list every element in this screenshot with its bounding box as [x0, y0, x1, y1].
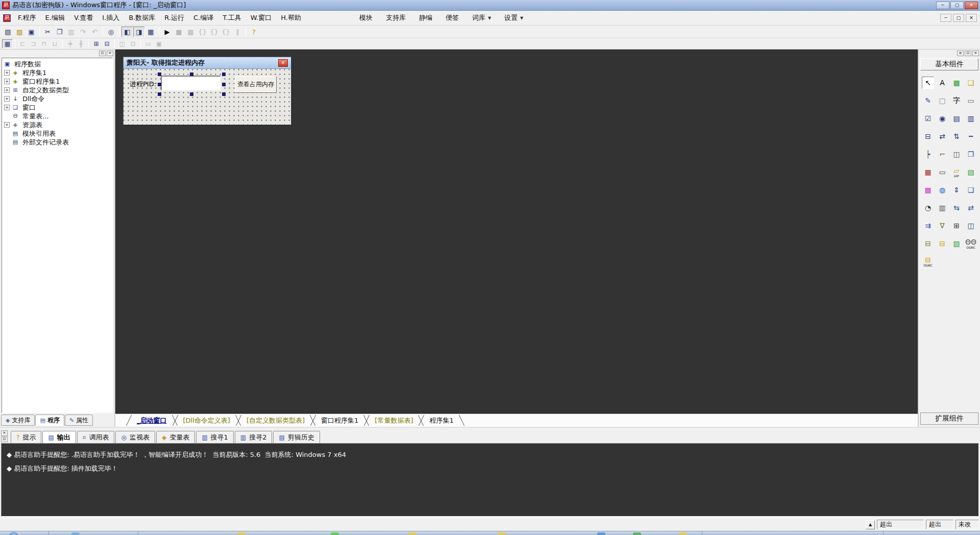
panel-icon[interactable]: ▭ — [965, 94, 977, 107]
folder-dip-icon[interactable]: ▱DIP — [950, 166, 963, 178]
same-width-icon[interactable]: ⊞ — [91, 39, 102, 48]
label-icon[interactable]: A — [936, 77, 948, 89]
output-tab-调用表[interactable]: ⌗调用表 — [77, 431, 115, 443]
picture-icon[interactable]: ▩ — [950, 77, 963, 89]
taskbar-app-icon[interactable] — [71, 532, 80, 535]
printer-icon[interactable]: ▥ — [936, 202, 948, 214]
output-tab-剪辑历史[interactable]: ▤剪辑历史 — [273, 431, 320, 443]
panel-close-icon[interactable]: ✕ — [107, 51, 113, 56]
datareport-icon[interactable]: ∇ — [936, 220, 948, 232]
form-design-surface[interactable]: 进程PID: 查看占用内存 — [124, 69, 291, 125]
output-tab-变量表[interactable]: ◈变量表 — [156, 431, 195, 443]
menu-extra-模块[interactable]: 模块 — [354, 12, 378, 24]
datagrid-icon[interactable]: ⊞ — [950, 220, 963, 232]
menu-extra-便签[interactable]: 便签 — [440, 12, 464, 24]
tabcontrol-icon[interactable]: ◫ — [965, 220, 977, 232]
taskbar-app-icon[interactable] — [498, 532, 506, 535]
output-dock-icon[interactable]: ⊡ — [1, 436, 8, 442]
radio-icon[interactable]: ◉ — [936, 112, 948, 125]
db-table-icon[interactable]: ⊟ — [936, 237, 948, 250]
tree-item[interactable]: +↓Dll命令 — [3, 94, 111, 103]
dialog-icon[interactable]: ❏ — [965, 184, 977, 196]
taskbar-app-icon[interactable] — [597, 532, 605, 535]
minimize-button[interactable]: ─ — [936, 2, 949, 9]
menu-extra-支持库[interactable]: 支持库 — [381, 12, 411, 24]
output-tab-提示[interactable]: ?提示 — [11, 431, 41, 443]
menu-H.帮助[interactable]: H.帮助 — [277, 12, 305, 24]
form-designer-window[interactable]: 萧阳天- 取得指定进程内存 ✕ 进程PID: 查看占用内存 — [123, 57, 291, 125]
groupbox-icon[interactable]: ⌐ — [936, 148, 948, 160]
client-send-icon[interactable]: ⇆ — [950, 202, 963, 214]
menu-extra-静编[interactable]: 静编 — [414, 12, 437, 24]
checkbox-icon[interactable]: ☑ — [922, 112, 934, 125]
program-data-tree[interactable]: ▣程序数据+◈程序集1+◈窗口程序集1+⊞自定义数据类型+↓Dll命令+❏窗口Θ… — [2, 58, 113, 413]
taskbar-app-icon[interactable] — [237, 532, 246, 535]
listbox-icon[interactable]: ▤ — [950, 112, 963, 125]
selection-handle[interactable] — [222, 83, 226, 86]
panel-tab-程序[interactable]: ▤程序 — [35, 415, 64, 426]
same-height-icon[interactable]: ⊟ — [102, 39, 112, 48]
tree-item[interactable]: +◈程序集1 — [3, 68, 111, 77]
shape-icon[interactable]: ❏ — [965, 77, 977, 89]
taskbar-app-icon[interactable] — [633, 532, 641, 535]
taskbar-app-icon[interactable] — [331, 532, 339, 535]
fontbox-icon[interactable]: 字 — [950, 94, 963, 107]
output-log[interactable]: ◆ 易语言助手提醒您: .易语言助手加载完毕！ ，智能编译开启成功！ 当前易版本… — [1, 443, 979, 517]
group-icon[interactable]: ▢ — [936, 94, 948, 107]
menu-C.编译[interactable]: C.编译 — [189, 12, 217, 24]
odbc-source-icon[interactable]: ΘΘODBC — [965, 237, 977, 250]
selection-handle[interactable] — [158, 72, 161, 76]
menu-R.运行[interactable]: R.运行 — [160, 12, 188, 24]
copy-icon[interactable]: ❐ — [54, 27, 65, 37]
mdi-minimize-icon[interactable]: ─ — [940, 14, 951, 22]
mdi-tab-[自定义数据类型表][interactable]: [自定义数据类型表] — [238, 414, 313, 427]
selection-handle[interactable] — [190, 72, 193, 76]
output-tab-搜寻2[interactable]: ▥搜寻2 — [235, 431, 273, 443]
spinbox-icon[interactable]: ⇕ — [950, 184, 963, 196]
layout-full-icon[interactable]: ▦ — [145, 27, 157, 37]
grid-toggle-icon[interactable]: ▦ — [2, 39, 13, 48]
tree-item[interactable]: ▣程序数据 — [3, 60, 111, 68]
tree-item[interactable]: ▤外部文件记录表 — [3, 138, 111, 147]
tree-item[interactable]: +❏窗口 — [3, 103, 111, 112]
selection-handle[interactable] — [222, 72, 226, 76]
menu-W.窗口[interactable]: W.窗口 — [247, 12, 276, 24]
mdi-tab-窗口程序集1[interactable]: 窗口程序集1 — [313, 414, 366, 427]
maximize-button[interactable]: ▢ — [950, 2, 964, 9]
panel-close-icon[interactable]: ✕ — [972, 51, 979, 56]
panel-dock-icon[interactable]: ⊡ — [99, 51, 106, 56]
save-icon[interactable]: ▣ — [26, 27, 37, 37]
animation-icon[interactable]: ◫ — [950, 148, 963, 160]
panel-tab-支持库[interactable]: ◈支持库 — [1, 415, 35, 426]
taskbar-sliver[interactable] — [0, 531, 980, 535]
form-close-icon[interactable]: ✕ — [278, 59, 288, 67]
tree-item[interactable]: +◈窗口程序集1 — [3, 77, 111, 86]
output-tab-输出[interactable]: ▤输出 — [42, 431, 76, 443]
combobox-icon[interactable]: ⊟ — [922, 130, 934, 142]
menu-extra-词库[interactable]: 词库▼ — [467, 12, 496, 24]
palette-icon[interactable]: ▩ — [922, 184, 934, 196]
mdi-restore-icon[interactable]: ▢ — [953, 14, 964, 22]
menu-E.编辑[interactable]: E.编辑 — [41, 12, 69, 24]
expand-plus-icon[interactable]: + — [4, 87, 10, 93]
tree-item[interactable]: ▤模块引用表 — [3, 129, 111, 138]
mdi-close-icon[interactable]: ✕ — [966, 14, 977, 22]
menu-V.查看[interactable]: V.查看 — [70, 12, 97, 24]
panel-menu-icon[interactable]: ≡ — [957, 51, 964, 56]
selection-handle[interactable] — [222, 92, 226, 96]
panel-dock-icon[interactable]: ⊡ — [965, 51, 971, 56]
mdi-tab-_启动窗口[interactable]: _启动窗口 — [129, 414, 175, 427]
find-icon[interactable]: ◎ — [105, 27, 117, 37]
tree-item[interactable]: +⊞自定义数据类型 — [3, 86, 111, 94]
open-icon[interactable]: ▨ — [14, 27, 26, 37]
taskbar-app-icon[interactable] — [679, 532, 687, 535]
tree-item[interactable]: +◈资源表 — [3, 120, 111, 129]
pid-label[interactable]: 进程PID: — [130, 80, 156, 89]
selection-handle[interactable] — [158, 92, 161, 96]
panel-tab-属性[interactable]: ✎属性 — [65, 415, 93, 426]
odbc-table-icon[interactable]: ⊟ODBC — [922, 255, 934, 268]
internet-icon[interactable]: ◍ — [936, 184, 948, 196]
extended-components-button[interactable]: 扩展组件 — [920, 412, 978, 425]
output-close-icon[interactable]: ✕ — [1, 430, 8, 436]
edit-icon[interactable]: ✎ — [922, 94, 934, 107]
